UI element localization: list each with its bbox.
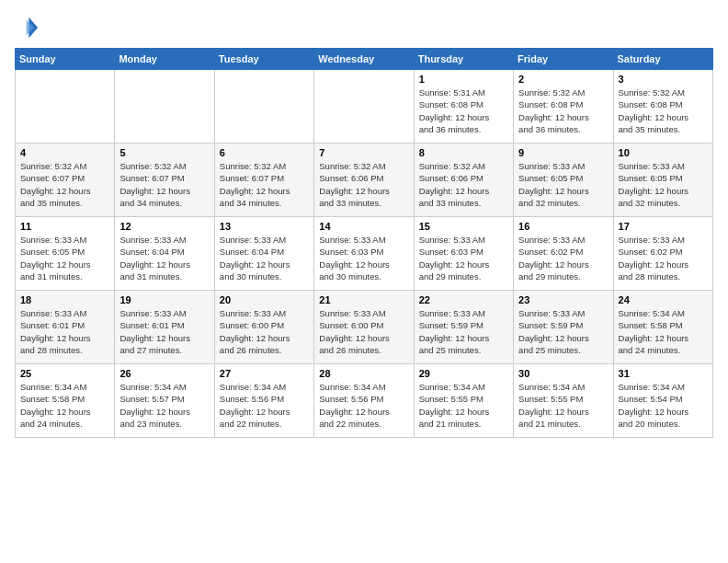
page-header <box>15 15 713 40</box>
day-number: 3 <box>619 74 708 85</box>
calendar-cell: 7Sunrise: 5:32 AM Sunset: 6:06 PM Daylig… <box>314 144 414 217</box>
day-number: 26 <box>119 368 209 379</box>
day-number: 21 <box>319 294 408 305</box>
day-info: Sunrise: 5:32 AM Sunset: 6:07 PM Dayligh… <box>20 160 109 209</box>
day-info: Sunrise: 5:33 AM Sunset: 6:03 PM Dayligh… <box>319 234 408 282</box>
day-info: Sunrise: 5:33 AM Sunset: 6:00 PM Dayligh… <box>319 307 408 356</box>
calendar-cell: 30Sunrise: 5:34 AM Sunset: 5:55 PM Dayli… <box>514 364 613 438</box>
day-info: Sunrise: 5:32 AM Sunset: 6:07 PM Dayligh… <box>220 160 309 209</box>
calendar-cell: 27Sunrise: 5:34 AM Sunset: 5:56 PM Dayli… <box>214 364 313 438</box>
day-info: Sunrise: 5:32 AM Sunset: 6:06 PM Dayligh… <box>419 160 508 209</box>
weekday-header-monday: Monday <box>115 49 214 70</box>
calendar-cell: 20Sunrise: 5:33 AM Sunset: 6:00 PM Dayli… <box>214 291 313 364</box>
weekday-header-friday: Friday <box>514 49 613 70</box>
calendar-cell: 3Sunrise: 5:32 AM Sunset: 6:08 PM Daylig… <box>613 70 712 144</box>
day-info: Sunrise: 5:32 AM Sunset: 6:08 PM Dayligh… <box>619 86 708 135</box>
day-info: Sunrise: 5:33 AM Sunset: 6:02 PM Dayligh… <box>518 234 608 282</box>
day-number: 24 <box>619 294 708 305</box>
calendar-cell <box>16 70 115 144</box>
calendar-cell: 2Sunrise: 5:32 AM Sunset: 6:08 PM Daylig… <box>514 70 613 144</box>
calendar-cell: 14Sunrise: 5:33 AM Sunset: 6:03 PM Dayli… <box>314 217 414 291</box>
calendar-week-row: 11Sunrise: 5:33 AM Sunset: 6:05 PM Dayli… <box>16 217 713 291</box>
day-info: Sunrise: 5:33 AM Sunset: 5:59 PM Dayligh… <box>518 307 608 356</box>
day-info: Sunrise: 5:34 AM Sunset: 5:54 PM Dayligh… <box>619 381 708 430</box>
day-info: Sunrise: 5:33 AM Sunset: 6:02 PM Dayligh… <box>619 234 708 282</box>
logo-icon <box>15 15 40 40</box>
day-number: 16 <box>518 221 608 232</box>
day-number: 18 <box>20 294 109 305</box>
day-number: 10 <box>619 147 708 158</box>
calendar-cell: 19Sunrise: 5:33 AM Sunset: 6:01 PM Dayli… <box>115 291 214 364</box>
calendar-cell: 13Sunrise: 5:33 AM Sunset: 6:04 PM Dayli… <box>214 217 313 291</box>
day-number: 12 <box>119 221 209 232</box>
day-info: Sunrise: 5:32 AM Sunset: 6:08 PM Dayligh… <box>518 86 608 135</box>
calendar-table: SundayMondayTuesdayWednesdayThursdayFrid… <box>15 48 713 438</box>
calendar-week-row: 25Sunrise: 5:34 AM Sunset: 5:58 PM Dayli… <box>16 364 713 438</box>
calendar-cell: 25Sunrise: 5:34 AM Sunset: 5:58 PM Dayli… <box>16 364 115 438</box>
calendar-cell: 22Sunrise: 5:33 AM Sunset: 5:59 PM Dayli… <box>414 291 513 364</box>
calendar-week-row: 18Sunrise: 5:33 AM Sunset: 6:01 PM Dayli… <box>16 291 713 364</box>
day-info: Sunrise: 5:34 AM Sunset: 5:57 PM Dayligh… <box>119 381 209 430</box>
day-number: 23 <box>518 294 608 305</box>
day-number: 1 <box>419 74 508 85</box>
day-number: 31 <box>619 368 708 379</box>
calendar-cell: 11Sunrise: 5:33 AM Sunset: 6:05 PM Dayli… <box>16 217 115 291</box>
calendar-cell: 4Sunrise: 5:32 AM Sunset: 6:07 PM Daylig… <box>16 144 115 217</box>
calendar-cell: 28Sunrise: 5:34 AM Sunset: 5:56 PM Dayli… <box>314 364 414 438</box>
weekday-header-wednesday: Wednesday <box>314 49 414 70</box>
weekday-header-thursday: Thursday <box>414 49 513 70</box>
day-number: 5 <box>119 147 209 158</box>
day-number: 4 <box>20 147 109 158</box>
calendar-cell: 15Sunrise: 5:33 AM Sunset: 6:03 PM Dayli… <box>414 217 513 291</box>
calendar-cell: 8Sunrise: 5:32 AM Sunset: 6:06 PM Daylig… <box>414 144 513 217</box>
day-number: 30 <box>518 368 608 379</box>
day-info: Sunrise: 5:34 AM Sunset: 5:56 PM Dayligh… <box>220 381 309 430</box>
day-number: 2 <box>518 74 608 85</box>
day-info: Sunrise: 5:33 AM Sunset: 6:01 PM Dayligh… <box>20 307 109 356</box>
calendar-cell <box>115 70 214 144</box>
weekday-header-sunday: Sunday <box>16 49 115 70</box>
weekday-header-saturday: Saturday <box>613 49 712 70</box>
day-info: Sunrise: 5:34 AM Sunset: 5:55 PM Dayligh… <box>518 381 608 430</box>
day-number: 11 <box>20 221 109 232</box>
day-number: 20 <box>220 294 309 305</box>
calendar-cell: 16Sunrise: 5:33 AM Sunset: 6:02 PM Dayli… <box>514 217 613 291</box>
day-number: 13 <box>220 221 309 232</box>
day-number: 27 <box>220 368 309 379</box>
day-info: Sunrise: 5:33 AM Sunset: 6:05 PM Dayligh… <box>518 160 608 209</box>
calendar-cell: 17Sunrise: 5:33 AM Sunset: 6:02 PM Dayli… <box>613 217 712 291</box>
day-number: 28 <box>319 368 408 379</box>
day-number: 17 <box>619 221 708 232</box>
day-info: Sunrise: 5:33 AM Sunset: 6:04 PM Dayligh… <box>220 234 309 282</box>
day-info: Sunrise: 5:34 AM Sunset: 5:56 PM Dayligh… <box>319 381 408 430</box>
day-number: 8 <box>419 147 508 158</box>
day-number: 6 <box>220 147 309 158</box>
day-number: 9 <box>518 147 608 158</box>
day-info: Sunrise: 5:34 AM Sunset: 5:58 PM Dayligh… <box>619 307 708 356</box>
day-number: 19 <box>119 294 209 305</box>
calendar-cell: 5Sunrise: 5:32 AM Sunset: 6:07 PM Daylig… <box>115 144 214 217</box>
day-number: 22 <box>419 294 508 305</box>
calendar-cell <box>214 70 313 144</box>
calendar-cell: 29Sunrise: 5:34 AM Sunset: 5:55 PM Dayli… <box>414 364 513 438</box>
calendar-week-row: 1Sunrise: 5:31 AM Sunset: 6:08 PM Daylig… <box>16 70 713 144</box>
day-number: 14 <box>319 221 408 232</box>
day-info: Sunrise: 5:33 AM Sunset: 6:04 PM Dayligh… <box>119 234 209 282</box>
day-info: Sunrise: 5:33 AM Sunset: 5:59 PM Dayligh… <box>419 307 508 356</box>
calendar-cell: 31Sunrise: 5:34 AM Sunset: 5:54 PM Dayli… <box>613 364 712 438</box>
day-info: Sunrise: 5:33 AM Sunset: 6:00 PM Dayligh… <box>220 307 309 356</box>
day-number: 29 <box>419 368 508 379</box>
day-info: Sunrise: 5:33 AM Sunset: 6:03 PM Dayligh… <box>419 234 508 282</box>
day-info: Sunrise: 5:32 AM Sunset: 6:07 PM Dayligh… <box>119 160 209 209</box>
calendar-cell: 23Sunrise: 5:33 AM Sunset: 5:59 PM Dayli… <box>514 291 613 364</box>
calendar-cell: 24Sunrise: 5:34 AM Sunset: 5:58 PM Dayli… <box>613 291 712 364</box>
day-info: Sunrise: 5:32 AM Sunset: 6:06 PM Dayligh… <box>319 160 408 209</box>
day-info: Sunrise: 5:33 AM Sunset: 6:05 PM Dayligh… <box>619 160 708 209</box>
day-info: Sunrise: 5:33 AM Sunset: 6:05 PM Dayligh… <box>20 234 109 282</box>
calendar-cell: 12Sunrise: 5:33 AM Sunset: 6:04 PM Dayli… <box>115 217 214 291</box>
day-number: 7 <box>319 147 408 158</box>
day-info: Sunrise: 5:33 AM Sunset: 6:01 PM Dayligh… <box>119 307 209 356</box>
calendar-cell: 18Sunrise: 5:33 AM Sunset: 6:01 PM Dayli… <box>16 291 115 364</box>
calendar-cell: 6Sunrise: 5:32 AM Sunset: 6:07 PM Daylig… <box>214 144 313 217</box>
day-info: Sunrise: 5:31 AM Sunset: 6:08 PM Dayligh… <box>419 86 508 135</box>
